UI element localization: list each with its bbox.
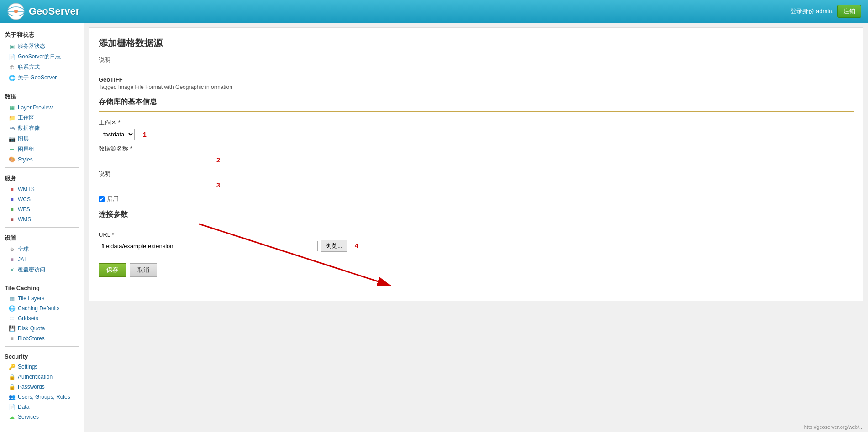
sidebar-item-layergroups[interactable]: ⚌ 图层组 <box>0 144 84 155</box>
geotiff-name: GeoTIFF <box>99 76 854 83</box>
divider-2 <box>5 167 79 168</box>
sidebar-item-security-settings[interactable]: 🔑 Settings <box>0 362 84 372</box>
wcs-icon: ■ <box>8 196 16 203</box>
workspace-select[interactable]: tastdata default cite sf topp <box>99 129 135 140</box>
sidebar-label-wfs: WFS <box>18 206 30 213</box>
db-icon: 🗃 <box>8 125 16 132</box>
sidebar-label-security-settings: Settings <box>18 364 37 370</box>
basic-info-title: 存储库的基本信息 <box>99 97 854 107</box>
sidebar-item-passwords[interactable]: 🔓 Passwords <box>0 382 84 392</box>
sidebar-label-layergroups: 图层组 <box>18 146 34 153</box>
step-3-label: 3 <box>216 182 220 189</box>
sidebar-item-wcs[interactable]: ■ WCS <box>0 194 84 204</box>
auth-icon: 🔒 <box>8 373 16 380</box>
geotiff-desc: Tagged Image File Format with Geographic… <box>99 84 854 90</box>
sidebar-item-workspaces[interactable]: 📁 工作区 <box>0 113 84 123</box>
settings-icon: ⚙ <box>8 246 16 253</box>
sidebar-label-gridsets: Gridsets <box>18 315 38 322</box>
sidebar-label-contact: 联系方式 <box>18 63 40 71</box>
wmts-icon: ■ <box>8 186 16 193</box>
sidebar-label-security-data: Data <box>18 404 29 410</box>
basic-info-divider <box>99 111 854 112</box>
tile-icon: ▦ <box>8 295 16 302</box>
sidebar-item-about[interactable]: 🌐 关于 GeoServer <box>0 73 84 83</box>
sidebar-label-layers: 图层 <box>18 135 29 143</box>
monitor-icon: ▣ <box>8 43 16 50</box>
jai-icon: ■ <box>8 256 16 263</box>
folder-icon: 📁 <box>8 115 16 122</box>
enabled-checkbox[interactable] <box>99 196 105 202</box>
caching-icon: 🌐 <box>8 305 16 312</box>
main-content: 添加栅格数据源 说明 GeoTIFF Tagged Image File For… <box>84 23 868 432</box>
sidebar-label-tile-layers: Tile Layers <box>18 295 44 302</box>
sidebar-item-coverage-access[interactable]: ☀ 覆盖密访问 <box>0 265 84 275</box>
svc-icon: ☁ <box>8 413 16 421</box>
sidebar-label-datastores: 数据存储 <box>18 125 40 132</box>
button-row: 保存 取消 <box>99 263 854 277</box>
sidebar-item-layers[interactable]: 📷 图层 <box>0 134 84 144</box>
url-input[interactable] <box>99 241 318 251</box>
sidebar-label-users-groups-roles: Users, Groups, Roles <box>18 394 70 400</box>
img-icon: 📷 <box>8 135 16 143</box>
sidebar-item-security-data[interactable]: 📄 Data <box>0 402 84 412</box>
wfs-icon: ■ <box>8 206 16 213</box>
sidebar-section-services: 服务 <box>0 171 84 184</box>
sidebar-item-caching-defaults[interactable]: 🌐 Caching Defaults <box>0 303 84 313</box>
cancel-button[interactable]: 取消 <box>130 263 157 277</box>
sidebar-item-geoserver-log[interactable]: 📄 GeoServer的日志 <box>0 52 84 62</box>
divider-3 <box>5 227 79 228</box>
wms-icon: ■ <box>8 216 16 223</box>
stack-icon: ⚌ <box>8 146 16 153</box>
sidebar-item-users-groups-roles[interactable]: 👥 Users, Groups, Roles <box>0 392 84 402</box>
globe-icon: 🌐 <box>8 74 16 82</box>
description-input[interactable] <box>99 180 208 190</box>
page-content-area: 添加栅格数据源 说明 GeoTIFF Tagged Image File For… <box>89 27 863 301</box>
sidebar-item-server-status[interactable]: ▣ 服务器状态 <box>0 41 84 52</box>
sidebar-item-jai[interactable]: ■ JAI <box>0 255 84 265</box>
data-icon: 📄 <box>8 403 16 411</box>
footer-link: http://geoserver.org/web/... <box>804 424 863 430</box>
description-divider <box>99 69 854 69</box>
sidebar-item-global[interactable]: ⚙ 全球 <box>0 244 84 255</box>
datasource-input[interactable] <box>99 155 208 165</box>
sidebar-item-datastores[interactable]: 🗃 数据存储 <box>0 123 84 134</box>
doc-icon: 📄 <box>8 53 16 61</box>
sidebar-label-blobstores: BlobStores <box>18 335 45 342</box>
logo-area: GeoServer <box>7 2 79 21</box>
logout-button[interactable]: 注销 <box>837 5 861 18</box>
sidebar: 关于和状态 ▣ 服务器状态 📄 GeoServer的日志 ✆ 联系方式 🌐 关于… <box>0 23 84 432</box>
page-title: 添加栅格数据源 <box>99 37 854 49</box>
sidebar-label-about: 关于 GeoServer <box>18 74 57 82</box>
connection-divider <box>99 224 854 224</box>
sidebar-item-styles[interactable]: 🎨 Styles <box>0 155 84 165</box>
style-icon: 🎨 <box>8 156 16 163</box>
sidebar-item-gridsets[interactable]: ⚏ Gridsets <box>0 313 84 323</box>
blob-icon: ■ <box>8 335 16 342</box>
step-2-label: 2 <box>216 156 220 164</box>
enabled-label: 启用 <box>107 195 119 203</box>
phone-icon: ✆ <box>8 64 16 71</box>
user-area: 登录身份 admin. 注销 <box>790 5 861 18</box>
sidebar-section-demo: 演示 <box>0 428 84 432</box>
access-icon: ☀ <box>8 266 16 274</box>
sidebar-item-layer-preview[interactable]: ▦ Layer Preview <box>0 103 84 113</box>
sidebar-label-disk-quota: Disk Quota <box>18 325 45 332</box>
sidebar-label-geoserver-log: GeoServer的日志 <box>18 53 61 61</box>
description-field-label: 说明 <box>99 170 854 178</box>
sidebar-label-global: 全球 <box>18 245 29 253</box>
browse-button[interactable]: 浏览... <box>321 240 347 252</box>
sidebar-section-tile-caching: Tile Caching <box>0 281 84 293</box>
sidebar-item-blobstores[interactable]: ■ BlobStores <box>0 333 84 344</box>
sidebar-item-authentication[interactable]: 🔒 Authentication <box>0 372 84 382</box>
sidebar-item-security-services[interactable]: ☁ Services <box>0 412 84 422</box>
sidebar-label-jai: JAI <box>18 256 26 263</box>
sidebar-item-wmts[interactable]: ■ WMTS <box>0 184 84 194</box>
sidebar-item-disk-quota[interactable]: 💾 Disk Quota <box>0 323 84 333</box>
divider-5 <box>5 346 79 347</box>
sidebar-item-tile-layers[interactable]: ▦ Tile Layers <box>0 293 84 303</box>
sidebar-item-wfs[interactable]: ■ WFS <box>0 204 84 214</box>
sidebar-label-styles: Styles <box>18 156 33 163</box>
sidebar-item-contact[interactable]: ✆ 联系方式 <box>0 62 84 73</box>
sidebar-item-wms[interactable]: ■ WMS <box>0 214 84 224</box>
save-button[interactable]: 保存 <box>99 263 126 277</box>
